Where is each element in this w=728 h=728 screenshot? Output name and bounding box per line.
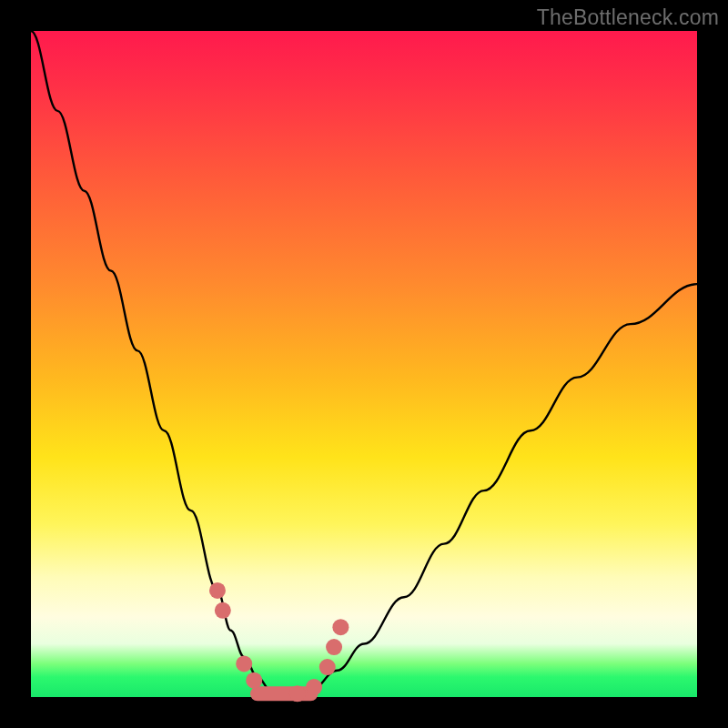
curve-marker bbox=[215, 602, 231, 619]
curve-marker bbox=[289, 685, 306, 702]
bottleneck-curve bbox=[31, 31, 697, 697]
curve-marker bbox=[326, 639, 342, 655]
plot-svg bbox=[31, 31, 697, 697]
curve-marker bbox=[209, 582, 226, 599]
curve-marker bbox=[319, 659, 336, 675]
curve-marker bbox=[246, 672, 262, 689]
plot-area bbox=[31, 31, 697, 697]
watermark-text: TheBottleneck.com bbox=[537, 5, 719, 30]
curve-marker bbox=[306, 679, 322, 695]
curve-markers bbox=[209, 582, 349, 702]
curve-marker bbox=[236, 655, 252, 672]
curve-marker bbox=[332, 619, 349, 635]
chart-frame: TheBottleneck.com bbox=[0, 0, 728, 728]
